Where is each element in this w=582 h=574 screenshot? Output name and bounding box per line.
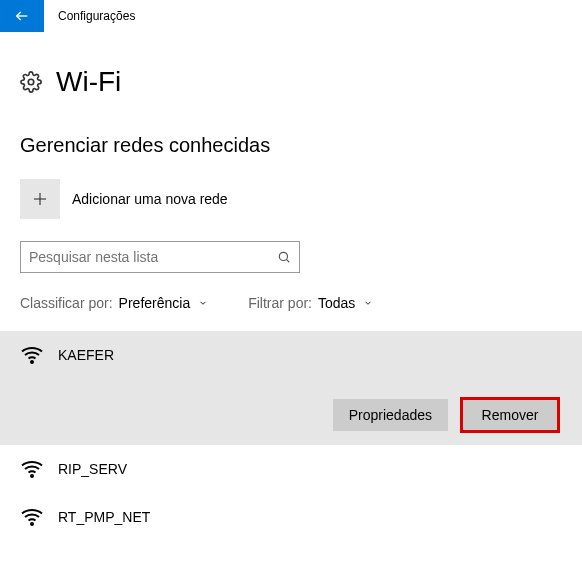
search-input[interactable] [29, 249, 277, 265]
properties-button[interactable]: Propriedades [333, 399, 448, 431]
chevron-down-icon [198, 298, 208, 308]
svg-point-4 [279, 252, 287, 260]
network-name: KAEFER [58, 347, 114, 363]
network-item: RIP_SERV [0, 445, 582, 493]
sort-label: Classificar por: [20, 295, 113, 311]
network-list: KAEFER Propriedades Remover RIP_SERV [0, 331, 582, 541]
filter-dropdown[interactable]: Filtrar por: Todas [248, 295, 373, 311]
page-title: Wi-Fi [56, 66, 121, 98]
network-actions: Propriedades Remover [20, 399, 562, 431]
wifi-icon [20, 343, 44, 367]
sort-value: Preferência [119, 295, 191, 311]
network-row[interactable]: KAEFER [20, 343, 562, 367]
sort-dropdown[interactable]: Classificar por: Preferência [20, 295, 208, 311]
svg-point-7 [31, 475, 33, 477]
add-network-label: Adicionar uma nova rede [72, 191, 228, 207]
back-arrow-icon [14, 8, 30, 24]
chevron-down-icon [363, 298, 373, 308]
network-name: RIP_SERV [58, 461, 127, 477]
add-network-button[interactable]: Adicionar uma nova rede [20, 179, 562, 219]
search-box[interactable] [20, 241, 300, 273]
search-icon [277, 250, 291, 264]
titlebar: Configurações [0, 0, 582, 32]
network-item-selected: KAEFER Propriedades Remover [0, 331, 582, 445]
plus-icon [20, 179, 60, 219]
network-row[interactable]: RIP_SERV [20, 457, 562, 481]
back-button[interactable] [0, 0, 44, 32]
svg-point-8 [31, 523, 33, 525]
page-header: Wi-Fi [20, 66, 562, 98]
wifi-icon [20, 457, 44, 481]
section-title: Gerenciar redes conhecidas [20, 134, 562, 157]
wifi-icon [20, 505, 44, 529]
remove-button[interactable]: Remover [462, 399, 558, 431]
network-name: RT_PMP_NET [58, 509, 150, 525]
filter-value: Todas [318, 295, 355, 311]
window-title: Configurações [58, 9, 135, 23]
network-item: RT_PMP_NET [0, 493, 582, 541]
svg-point-6 [31, 361, 33, 363]
gear-icon [20, 71, 42, 93]
svg-point-1 [28, 79, 34, 85]
filter-label: Filtrar por: [248, 295, 312, 311]
svg-line-5 [286, 259, 289, 262]
network-row[interactable]: RT_PMP_NET [20, 505, 562, 529]
